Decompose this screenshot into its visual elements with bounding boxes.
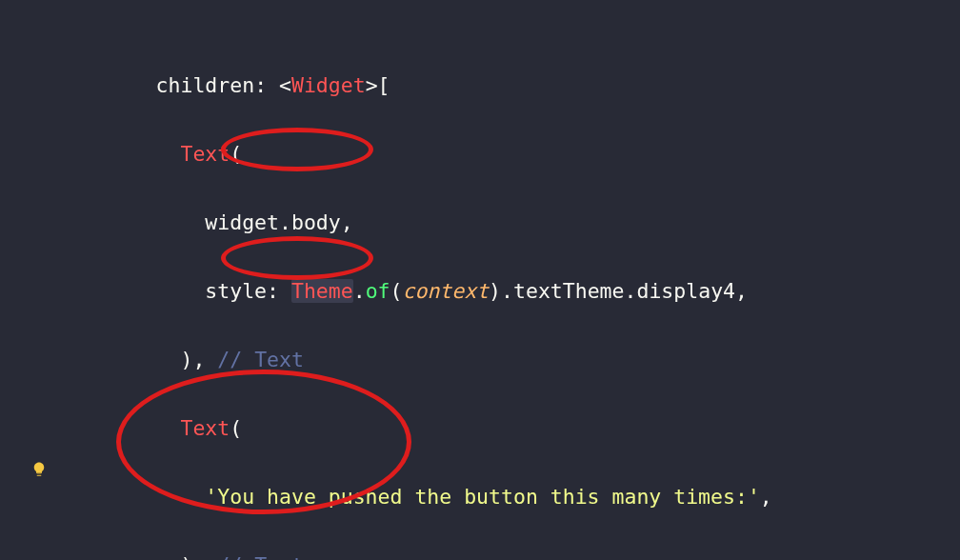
class-theme: Theme — [291, 279, 353, 303]
code-line: ), // Text — [0, 549, 960, 560]
code-line: children: <Widget>[ — [0, 69, 960, 103]
string-literal: 'You have pushed the button this many ti… — [205, 485, 759, 509]
class-text: Text — [180, 142, 230, 166]
method-of: of — [366, 279, 390, 303]
type-widget: Widget — [291, 73, 366, 97]
closing-label-comment: // Text — [217, 348, 304, 371]
code-line: Text( — [0, 137, 960, 171]
property: children — [156, 73, 255, 97]
param-context: context — [403, 279, 490, 303]
code-line: 'You have pushed the button this many ti… — [0, 480, 960, 514]
code-line: widget.body, — [0, 206, 960, 240]
class-text: Text — [180, 416, 230, 440]
closing-label-comment: // Text — [217, 553, 304, 560]
code-line: style: Theme.of(context).textTheme.displ… — [0, 274, 960, 309]
code-editor[interactable]: children: <Widget>[ Text( widget.body, s… — [0, 0, 960, 560]
code-line: Text( — [0, 411, 960, 446]
code-line: ), // Text — [0, 343, 960, 377]
